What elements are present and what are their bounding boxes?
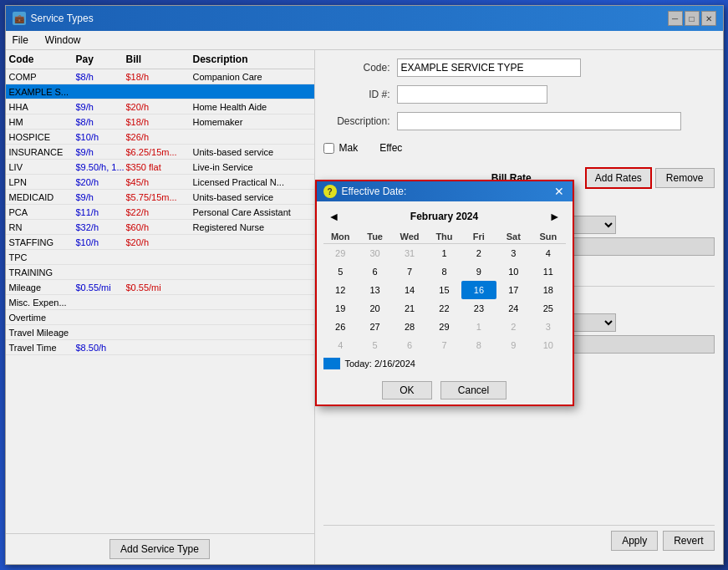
effective-date-dialog: ? Effective Date: ✕ ◄ February 2024 ► Mo… [315,180,574,406]
list-item[interactable]: HHA $9/h $20/h Home Health Aide [6,99,314,115]
menu-window[interactable]: Window [42,33,84,48]
calendar-day[interactable]: 7 [392,262,426,281]
list-item[interactable]: TRAINING [6,265,314,280]
menu-file[interactable]: File [9,33,32,48]
calendar-day[interactable]: 14 [392,281,426,299]
list-item[interactable]: LPN $20/h $45/h Licensed Practical N... [6,175,314,190]
remove-button[interactable]: Remove [655,168,715,188]
list-item[interactable]: COMP $8/h $18/h Companion Care [6,69,314,84]
calendar-day[interactable]: 22 [427,299,461,318]
next-month-button[interactable]: ► [544,208,566,225]
calendar-day[interactable]: 5 [358,336,392,354]
list-item[interactable]: Travel Time $8.50/h [6,340,314,355]
day-header-tue: Tue [358,230,392,244]
minimize-button[interactable]: ─ [668,11,683,26]
code-label: Code: [323,62,390,74]
calendar-day[interactable]: 2 [461,244,496,262]
calendar-day[interactable]: 12 [323,281,358,299]
list-item-selected[interactable]: EXAMPLE S... [6,84,314,99]
list-header: Code Pay Bill Description [6,50,314,69]
calendar-day[interactable]: 9 [496,336,531,354]
day-header-thu: Thu [427,230,461,244]
calendar-day[interactable]: 17 [496,281,531,299]
list-item[interactable]: MEDICAID $9/h $5.75/15m... Units-based s… [6,190,314,205]
calendar-day[interactable]: 2 [496,318,531,336]
calendar-day[interactable]: 23 [461,299,496,318]
list-item[interactable]: Travel Mileage [6,325,314,340]
code-input[interactable] [397,59,581,77]
right-footer: Apply Revert [323,525,715,556]
calendar-day[interactable]: 9 [461,262,496,281]
prev-month-button[interactable]: ◄ [323,208,345,225]
list-item[interactable]: STAFFING $10/h $20/h [6,235,314,250]
calendar-day[interactable]: 29 [427,318,461,336]
day-header-fri: Fri [461,230,496,244]
add-service-type-button[interactable]: Add Service Type [109,539,210,559]
calendar-day[interactable]: 10 [496,262,531,281]
calendar-day[interactable]: 24 [496,299,531,318]
calendar-day[interactable]: 19 [323,299,358,318]
calendar-day[interactable]: 27 [358,318,392,336]
col-header-pay: Pay [76,53,126,65]
calendar-day[interactable]: 18 [531,281,565,299]
calendar-day[interactable]: 6 [358,262,392,281]
calendar-day[interactable]: 1 [427,244,461,262]
dialog-close-button[interactable]: ✕ [552,186,566,197]
close-button[interactable]: ✕ [701,11,716,26]
calendar-day[interactable]: 10 [531,336,565,354]
list-item[interactable]: Overtime [6,310,314,325]
calendar-day[interactable]: 21 [392,299,426,318]
make-checkbox[interactable] [323,143,334,154]
calendar-day[interactable]: 4 [323,336,358,354]
calendar-day[interactable]: 3 [531,318,565,336]
effective-label: Effec [379,142,402,154]
calendar-day[interactable]: 8 [461,336,496,354]
calendar-day[interactable]: 16 [461,281,496,299]
id-label: ID #: [323,89,390,100]
list-item[interactable]: Mileage $0.55/mi $0.55/mi [6,280,314,295]
calendar-day[interactable]: 26 [323,318,358,336]
calendar-day[interactable]: 31 [392,244,426,262]
apply-button[interactable]: Apply [611,531,658,551]
maximize-button[interactable]: □ [685,11,700,26]
calendar-day[interactable]: 5 [323,262,358,281]
list-item[interactable]: INSURANCE $9/h $6.25/15m... Units-based … [6,145,314,160]
calendar-day[interactable]: 6 [392,336,426,354]
dialog-footer: OK Cancel [317,376,573,405]
title-bar: 💼 Service Types ─ □ ✕ [6,6,723,31]
calendar-day[interactable]: 30 [358,244,392,262]
list-item[interactable]: PCA $11/h $22/h Personal Care Assistant [6,205,314,220]
today-text: Today: 2/16/2024 [345,359,415,369]
id-input[interactable] [397,85,547,104]
window-title: Service Types [31,13,94,24]
calendar-day[interactable]: 3 [496,244,531,262]
dialog-cancel-button[interactable]: Cancel [440,381,507,400]
calendar-day[interactable]: 1 [461,318,496,336]
service-list-panel: Code Pay Bill Description COMP $8/h $18/… [6,50,315,564]
add-rates-button[interactable]: Add Rates [585,167,652,189]
revert-button[interactable]: Revert [663,531,714,551]
calendar-day[interactable]: 15 [427,281,461,299]
desc-row: Description: [323,112,715,130]
calendar-day[interactable]: 29 [323,244,358,262]
window-controls: ─ □ ✕ [668,11,716,26]
list-item[interactable]: LIV $9.50/h, 1... $350 flat Live-in Serv… [6,160,314,175]
list-item[interactable]: TPC [6,250,314,265]
desc-input[interactable] [397,112,681,130]
calendar-day[interactable]: 11 [531,262,565,281]
calendar-day[interactable]: 25 [531,299,565,318]
col-header-bill: Bill [126,53,193,65]
calendar-day[interactable]: 8 [427,262,461,281]
list-item[interactable]: Misc. Expen... [6,295,314,310]
list-item[interactable]: HM $8/h $18/h Homemaker [6,115,314,130]
list-item[interactable]: HOSPICE $10/h $26/h [6,130,314,145]
calendar-day[interactable]: 28 [392,318,426,336]
dialog-ok-button[interactable]: OK [382,381,432,400]
calendar-day[interactable]: 20 [358,299,392,318]
calendar-day[interactable]: 13 [358,281,392,299]
calendar-day[interactable]: 4 [531,244,565,262]
month-label: February 2024 [410,211,478,222]
id-row: ID #: [323,85,715,104]
calendar-day[interactable]: 7 [427,336,461,354]
list-item[interactable]: RN $32/h $60/h Registered Nurse [6,220,314,235]
